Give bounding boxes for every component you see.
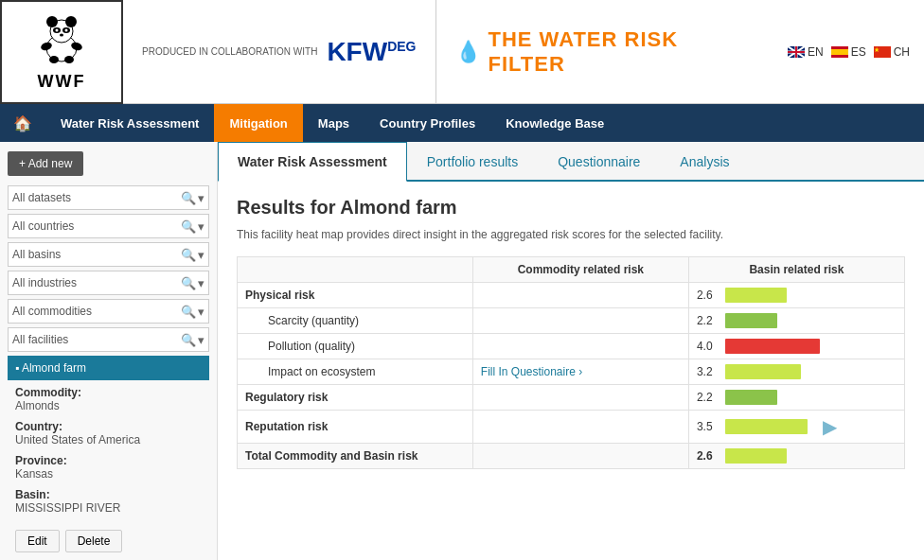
lang-es[interactable]: ES (831, 45, 866, 59)
filter-facilities-dropdown-icon[interactable]: ▾ (198, 333, 204, 347)
tabs-bar: Water Risk Assessment Portfolio results … (218, 142, 924, 182)
table-row: Impact on ecosystemFill In Questionaire … (238, 359, 905, 385)
svg-rect-21 (831, 49, 848, 55)
row-basin-cell: 3.2 (688, 359, 904, 385)
basin-bar-wrapper: 2.2 (697, 390, 897, 405)
risk-table: Commodity related risk Basin related ris… (237, 256, 905, 469)
province-value: Kansas (15, 467, 53, 481)
filter-industries-label: All industries (12, 276, 181, 289)
filter-commodities-label: All commodities (12, 305, 181, 318)
row-label-text: Pollution (quality) (245, 340, 355, 353)
filter-basins-search-icon[interactable]: 🔍 (181, 248, 196, 262)
svg-point-7 (65, 28, 68, 31)
filter-industries-search-icon[interactable]: 🔍 (181, 276, 196, 290)
svg-point-12 (64, 56, 74, 63)
add-new-button[interactable]: + Add new (8, 151, 83, 176)
fill-questionnaire-link[interactable]: Fill In Questionaire › (481, 365, 582, 378)
lang-cn[interactable]: CH (874, 45, 910, 59)
filter-commodities[interactable]: All commodities 🔍 ▾ (8, 299, 209, 324)
content-body: Results for Almond farm This facility he… (218, 182, 924, 484)
tab-analysis[interactable]: Analysis (660, 142, 749, 182)
lang-cn-label: CH (894, 45, 910, 59)
edit-button[interactable]: Edit (15, 530, 60, 552)
results-desc: This facility heat map provides direct i… (237, 228, 905, 241)
row-commodity-cell (472, 444, 688, 469)
filter-industries[interactable]: All industries 🔍 ▾ (8, 271, 209, 295)
filter-commodities-dropdown-icon[interactable]: ▾ (198, 305, 204, 319)
nav-maps[interactable]: Maps (303, 104, 364, 142)
filter-basins-dropdown-icon[interactable]: ▾ (198, 248, 204, 262)
row-basin-cell: 4.0 (688, 334, 904, 359)
filter-datasets[interactable]: All datasets 🔍 ▾ (8, 185, 209, 210)
row-commodity-cell (472, 385, 688, 411)
filter-basins[interactable]: All basins 🔍 ▾ (8, 242, 209, 267)
delete-button[interactable]: Delete (65, 530, 123, 552)
basin-bar-wrapper: 4.0 (697, 339, 897, 354)
province-label: Province: (15, 454, 67, 467)
filter-countries[interactable]: All countries 🔍 ▾ (8, 214, 209, 238)
basin-bar-value: 2.6 (697, 289, 720, 302)
results-title: Results for Almond farm (237, 197, 905, 219)
tab-portfolio-results[interactable]: Portfolio results (407, 142, 538, 182)
kfw-box: PRODUCED IN COLLABORATION WITH KFWDEG (123, 0, 436, 104)
commodity-value: Almonds (15, 399, 60, 412)
basin-bar-value: 2.6 (697, 449, 720, 463)
nav-knowledge-base[interactable]: Knowledge Base (490, 104, 619, 142)
nav-mitigation[interactable]: Mitigation (214, 104, 302, 142)
lang-en-label: EN (808, 45, 824, 59)
lang-es-label: ES (851, 45, 866, 59)
table-row: Physical risk2.6 (238, 283, 905, 308)
site-title-area: 💧 THE WATER RISK FILTER (436, 27, 773, 77)
basin-bar (725, 364, 801, 379)
site-title-text: THE WATER RISK FILTER (489, 27, 755, 77)
nav-country-profiles[interactable]: Country Profiles (364, 104, 490, 142)
svg-rect-22 (831, 55, 848, 58)
filter-commodities-search-icon[interactable]: 🔍 (181, 305, 196, 319)
row-label-text: Physical risk (245, 289, 314, 302)
filter-datasets-dropdown-icon[interactable]: ▾ (198, 191, 204, 205)
basin-bar-value: 3.5 (697, 420, 720, 433)
row-label-text: Reputation risk (245, 420, 328, 433)
basin-bar (725, 448, 787, 464)
tab-questionnaire[interactable]: Questionnaire (538, 142, 660, 182)
row-label-cell: Pollution (quality) (238, 334, 473, 359)
navigation-arrow-icon[interactable]: ▶ (823, 415, 841, 438)
basin-bar-wrapper: 2.6 (697, 448, 897, 464)
tab-water-risk-assessment[interactable]: Water Risk Assessment (218, 142, 407, 182)
nav-home-button[interactable]: 🏠 (0, 104, 45, 142)
row-label-text: Total Commodity and Basin risk (245, 449, 418, 463)
row-basin-cell: 2.6 (688, 444, 904, 469)
wwf-logo: WWF (33, 12, 90, 92)
basin-bar (725, 288, 787, 303)
flag-es-icon (831, 46, 848, 58)
row-label-text: Impact on ecosystem (245, 365, 375, 378)
row-basin-cell: 2.2 (688, 308, 904, 334)
lang-en[interactable]: EN (788, 45, 824, 59)
nav-water-risk[interactable]: Water Risk Assessment (45, 104, 214, 142)
flag-en-icon (788, 46, 805, 58)
wwf-logo-box: WWF (0, 0, 123, 104)
filter-industries-dropdown-icon[interactable]: ▾ (198, 276, 204, 290)
filter-countries-search-icon[interactable]: 🔍 (181, 219, 196, 234)
facility-commodity: Commodity: Almonds (8, 382, 209, 416)
row-commodity-cell (472, 308, 688, 334)
svg-point-11 (49, 56, 59, 63)
row-basin-cell: 2.2 (688, 385, 904, 411)
produced-text: PRODUCED IN COLLABORATION WITH (142, 45, 317, 59)
filter-facilities[interactable]: All facilities 🔍 ▾ (8, 327, 209, 352)
basin-bar (725, 313, 777, 328)
wwf-panda-icon (33, 12, 90, 69)
basin-bar-value: 2.2 (697, 391, 720, 404)
kfw-logo-text: KFWDEG (327, 37, 416, 67)
commodity-label: Commodity: (15, 386, 81, 399)
water-drop-icon: 💧 (455, 40, 481, 64)
basin-bar (725, 390, 777, 405)
filter-datasets-search-icon[interactable]: 🔍 (181, 191, 196, 205)
svg-point-3 (65, 16, 77, 27)
basin-bar-value: 2.2 (697, 314, 720, 327)
filter-countries-dropdown-icon[interactable]: ▾ (198, 219, 204, 234)
facility-item-almond-farm[interactable]: Almond farm (8, 356, 209, 380)
basin-bar-wrapper: 3.5▶ (697, 415, 897, 438)
filter-facilities-search-icon[interactable]: 🔍 (181, 333, 196, 347)
filter-facilities-label: All facilities (12, 333, 181, 346)
